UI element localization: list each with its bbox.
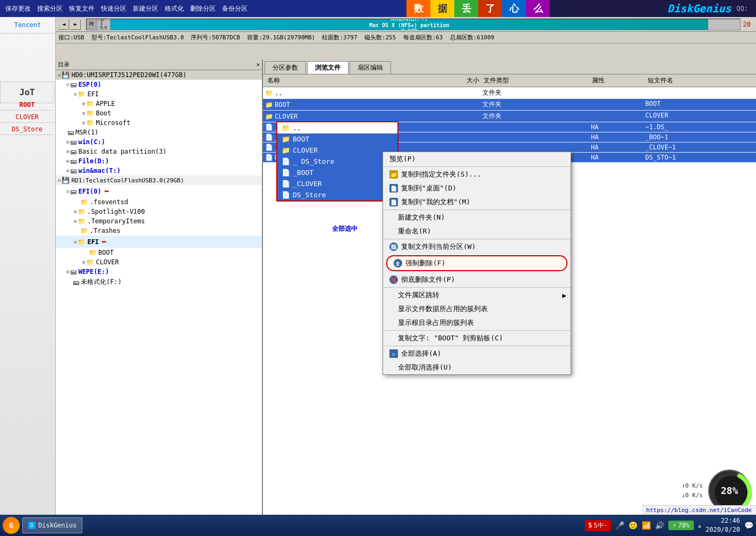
ctx-item-copy-desktop[interactable]: 📄 复制到"桌面"(D) bbox=[383, 181, 571, 195]
tree-item-trashes[interactable]: 📁 .Trashes bbox=[56, 226, 262, 236]
taskbar-volume-icon[interactable]: 🔊 bbox=[655, 521, 664, 530]
root-label: ROOT bbox=[0, 99, 54, 111]
char-lost1: 丢 bbox=[454, 0, 478, 17]
char-what: 么 bbox=[526, 0, 550, 17]
ctx-item-show-clusters[interactable]: 显示文件数据所占用的簇列表 bbox=[383, 302, 571, 316]
toolbar-format[interactable]: 格式化 bbox=[165, 4, 184, 13]
tree-item-spotlight[interactable]: ⊞ 📁 .Spotlight-V100 bbox=[56, 207, 262, 216]
tree-item-boot-folder[interactable]: 📁 BOOT bbox=[56, 248, 262, 257]
tree-item-basic[interactable]: ⊞ 🖴 Basic data partition(3) bbox=[56, 147, 262, 156]
select-all-overlay: 全部选中 bbox=[332, 224, 358, 233]
dropdown-item-boot[interactable]: 📁BOOT bbox=[277, 133, 397, 145]
tree-item-efi0[interactable]: ⊟ 📁 EFI bbox=[56, 89, 262, 99]
toolbar-search[interactable]: 搜索分区 bbox=[37, 4, 63, 13]
tree-panel-header: 目录 ✕ bbox=[56, 60, 262, 70]
taskbar-icon-orange[interactable]: G bbox=[3, 517, 20, 534]
tabs-bar: 分区参数 浏览文件 扇区编辑 bbox=[263, 60, 756, 74]
taskbar-wifi-icon[interactable]: 📶 bbox=[642, 521, 651, 530]
ctx-item-select-all[interactable]: ☑ 全部选择(A) bbox=[383, 347, 571, 361]
sougou-indicator[interactable]: S S中· bbox=[585, 520, 611, 531]
speed-down: ↓0 K/s bbox=[682, 491, 703, 500]
tree-item-efi-folder[interactable]: ⊟ 📁 EFI ⬅ bbox=[56, 236, 262, 248]
window-toolbar: ◄ ► PE AT30.0 未格式化(F:) Mac OS X (HFS+) p… bbox=[56, 17, 756, 32]
taskbar-arrow-up[interactable]: ▲ bbox=[698, 523, 701, 529]
tree-item-wepe[interactable]: ⊞ 🖴 WEPE(E:) bbox=[56, 267, 262, 277]
ctx-item-copy-folder[interactable]: 📁 复制到指定文件夹(S)... bbox=[383, 168, 571, 181]
ctx-item-new-folder[interactable]: 新建文件夹(N) bbox=[383, 211, 571, 224]
tree-item-clover-folder[interactable]: ⊞ 📁 CLOVER bbox=[56, 257, 262, 267]
ds-store-label: DS_Store bbox=[0, 124, 54, 135]
toolbar-quick-partition[interactable]: 快速分区 bbox=[101, 4, 126, 13]
ctx-item-thorough-delete[interactable]: ❌ 彻底删除文件(P) bbox=[383, 273, 571, 287]
tree-item-hd0[interactable]: ⊟ 💾 HD0:UMISRPITJ512PED20WI(477GB) bbox=[56, 70, 262, 80]
dropdown-item-ds-store[interactable]: 📄_ DS_Store bbox=[277, 156, 397, 167]
dropdown-item-clover[interactable]: 📁CLOVER bbox=[277, 145, 397, 156]
toolbar-recover[interactable]: 恢复文件 bbox=[69, 4, 95, 13]
toolbar-delete-partition[interactable]: 删除分区 bbox=[190, 4, 216, 13]
ctx-item-preview[interactable]: 预览(P) bbox=[383, 152, 571, 166]
toolbar-backup-partition[interactable]: 备份分区 bbox=[222, 4, 248, 13]
tree-item-efi-rd1[interactable]: ⊟ 🖴 EFI(0) ⬅ bbox=[56, 185, 262, 197]
tree-item-winmac-t[interactable]: ⊞ 🖴 win&mac(T:) bbox=[56, 166, 262, 175]
taskbar-mic-icon[interactable]: 🎤 bbox=[615, 521, 624, 530]
col-header-attr: 属性 bbox=[590, 76, 646, 86]
disk-seg-pe: PE bbox=[87, 19, 97, 30]
taskbar: G D DiskGenius S S中· 🎤 🙂 📶 🔊 ⚡ 78% ▲ 22:… bbox=[0, 515, 756, 536]
tree-item-rd1[interactable]: ⊟ 💾 RD1:TeclastCoolFlashUSB3.0(29GB) bbox=[56, 175, 262, 185]
dropdown-item-boot2[interactable]: 📄_BOOT bbox=[277, 167, 397, 178]
tree-item-fseventsd[interactable]: 📁 .fseventsd bbox=[56, 197, 262, 207]
taskbar-right: S S中· 🎤 🙂 📶 🔊 ⚡ 78% ▲ 22:46 2020/8/20 💬 bbox=[585, 516, 753, 534]
ctx-item-force-delete[interactable]: 🗑 强制删除(F) bbox=[386, 255, 567, 271]
tencent-icon[interactable]: Tencent bbox=[0, 17, 55, 34]
dropdown-item-dotdot[interactable]: 📁.. bbox=[277, 122, 397, 133]
nav-forward[interactable]: ► bbox=[70, 19, 81, 30]
col-header-size: 大小 bbox=[425, 76, 481, 86]
nav-back[interactable]: ◄ bbox=[58, 19, 69, 30]
taskbar-notification-icon[interactable]: 💬 bbox=[744, 521, 753, 530]
disk-info-bar: 接口:USB 型号:TeclastCoolFlashUSB3.0 序列号:507… bbox=[56, 32, 756, 44]
ctx-item-deselect-all[interactable]: 全部取消选择(U) bbox=[383, 361, 571, 374]
col-header-type: 文件类型 bbox=[481, 76, 590, 86]
dropdown-item-clover2[interactable]: 📄_CLOVER bbox=[277, 178, 397, 189]
tree-close-btn[interactable]: ✕ bbox=[256, 61, 260, 68]
col-header-short: 短文件名 bbox=[645, 76, 754, 86]
ctx-item-copy-partition[interactable]: 🔄 复制文件到当前分区(W) bbox=[383, 240, 571, 254]
tab-partition-params[interactable]: 分区参数 bbox=[265, 61, 306, 74]
ctx-item-rename[interactable]: 重命名(R) bbox=[383, 224, 571, 238]
disk-seg-right bbox=[708, 19, 740, 30]
toolbar-save[interactable]: 保存更改 bbox=[5, 4, 31, 13]
taskbar-diskgenius[interactable]: D DiskGenius bbox=[22, 517, 82, 533]
col-header-name: 名称 bbox=[265, 76, 425, 86]
tab-sector-edit[interactable]: 扇区编辑 bbox=[350, 61, 391, 74]
taskbar-smiley-icon[interactable]: 🙂 bbox=[628, 521, 638, 530]
tree-item-tempitems[interactable]: ⊞ 📁 .TemporaryItems bbox=[56, 216, 262, 226]
tree-item-esp[interactable]: ⊟ 🖴 ESP(0) bbox=[56, 80, 262, 89]
char-data1: 数 bbox=[406, 0, 430, 17]
disk-seg-unformatted[interactable]: 未格式化(F:) Mac OS X (HFS+) partition 8.3GB bbox=[111, 19, 708, 30]
tree-item-boot-efi[interactable]: ⊞ 📁 Boot bbox=[56, 108, 262, 118]
table-row[interactable]: 📁CLOVER 文件夹 CLOVER bbox=[263, 111, 756, 122]
tree-panel: 目录 ✕ ⊟ 💾 HD0:UMISRPITJ512PED20WI(477GB) … bbox=[56, 60, 263, 515]
tree-item-unformatted[interactable]: 🖴 未格式化(F:) bbox=[56, 277, 262, 288]
clover-label: CLOVER bbox=[0, 112, 54, 123]
taskbar-battery[interactable]: ⚡ 78% bbox=[668, 521, 694, 530]
tree-item-msr[interactable]: 🖴 MSR(1) bbox=[56, 128, 262, 137]
toolbar-new-partition[interactable]: 新建分区 bbox=[133, 4, 158, 13]
tree-item-file-d[interactable]: ⊞ 🖴 File(D:) bbox=[56, 156, 262, 166]
char-heart: 心 bbox=[502, 0, 526, 17]
dropdown-item-dsstore2[interactable]: 📄DS_Store bbox=[277, 189, 397, 200]
tree-header-label: 目录 bbox=[58, 61, 70, 69]
tree-item-apple[interactable]: ⊞ 📁 APPLE bbox=[56, 99, 262, 108]
table-row[interactable]: 📁.. 文件夹 bbox=[263, 87, 756, 99]
ctx-item-cluster-jump[interactable]: 文件属区跳转 ▶ bbox=[383, 288, 571, 302]
disk-seg-at: AT30.0 bbox=[97, 19, 111, 30]
bottom-url-bar: https://blog.csdn.net/iCanCode bbox=[642, 505, 756, 515]
tab-browse-files[interactable]: 浏览文件 bbox=[307, 61, 349, 74]
ctx-item-show-root-clusters[interactable]: 显示根目录占用的簇列表 bbox=[383, 316, 571, 330]
tree-item-win-c[interactable]: ⊞ 🖴 win(C:) bbox=[56, 137, 262, 147]
tree-item-microsoft[interactable]: ⊞ 📁 Microsoft bbox=[56, 118, 262, 128]
ctx-item-copy-text[interactable]: 复制文字: "BOOT" 到剪贴板(C) bbox=[383, 331, 571, 345]
ctx-item-copy-mydocs[interactable]: 📄 复制到"我的文档"(M) bbox=[383, 195, 571, 209]
table-row[interactable]: 📁BOOT 文件夹 BOOT bbox=[263, 99, 756, 111]
file-table-header: 名称 大小 文件类型 属性 短文件名 bbox=[263, 74, 756, 87]
